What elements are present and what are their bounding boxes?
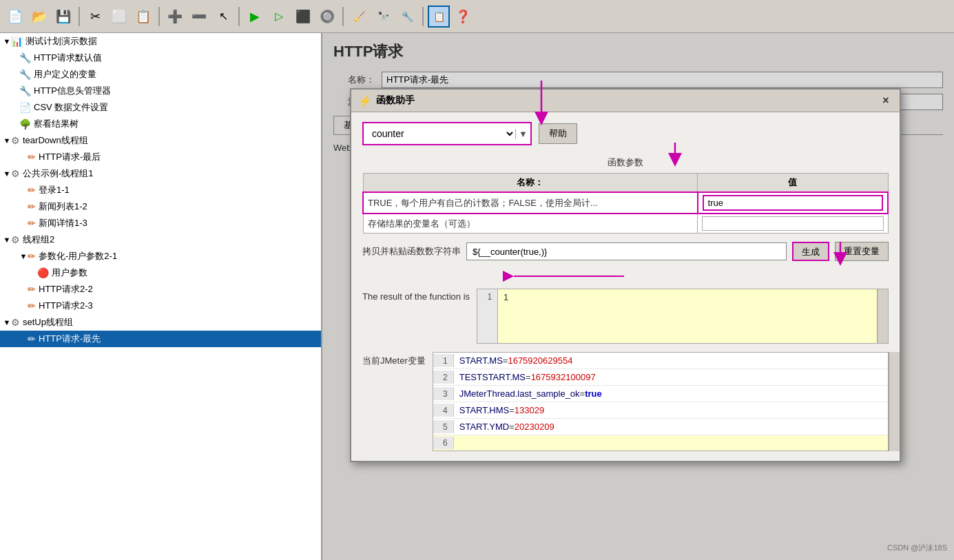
generate-button[interactable]: 生成	[792, 242, 829, 261]
tree-icon-setup: ⚙	[11, 317, 20, 328]
right-panel: HTTP请求 名称： 注释： 基本 高级 Web服	[322, 33, 954, 560]
tree-toggle-teardown[interactable]: ▼	[3, 136, 11, 145]
tree-item-news-list[interactable]: ✏ 新闻列表1-2	[0, 198, 321, 215]
jmeter-val-5: START.YMD=20230209	[454, 420, 560, 433]
tree-item-view-tree[interactable]: 🌳 察看结果树	[0, 116, 321, 132]
col-value-header: 值	[698, 174, 888, 193]
tree-item-param-user[interactable]: ▼ ✏ 参数化-用户参数2-1	[0, 248, 321, 265]
tree-label-http-first: HTTP请求-最先	[39, 333, 101, 345]
tree-item-user-vars[interactable]: 🔧 用户定义的变量	[0, 66, 321, 83]
toolbar-stopall-btn[interactable]: 🔘	[316, 6, 338, 28]
dropdown-arrow-icon[interactable]: ▼	[515, 129, 530, 139]
toolbar-sep1	[79, 7, 80, 26]
jmeter-line-6: 6	[433, 435, 888, 450]
jmeter-num-1: 1	[433, 354, 454, 367]
toolbar-paste-btn[interactable]: 📋	[132, 6, 154, 28]
tree-icon-http-header: 🔧	[19, 85, 31, 96]
jmeter-scrollbar[interactable]	[889, 352, 900, 451]
toolbar-sep2	[158, 7, 160, 26]
tree-item-http-header[interactable]: 🔧 HTTP信息头管理器	[0, 83, 321, 99]
toolbar-new-btn[interactable]: 📄	[4, 6, 26, 28]
func-select-dropdown: counter ▼	[362, 122, 532, 145]
function-select[interactable]: counter	[364, 123, 515, 144]
jmeter-section: 当前JMeter变量 1 START.MS=1675920629554	[362, 352, 889, 451]
tree-icon-group2: ⚙	[11, 234, 20, 245]
reset-button[interactable]: 重置变量	[835, 242, 889, 261]
tree-label-user-vars: 用户定义的变量	[34, 68, 96, 81]
tree-item-user-param[interactable]: 🔴 用户参数	[0, 265, 321, 281]
param-value-input-0[interactable]	[703, 195, 883, 211]
result-box: 1 1	[477, 289, 889, 344]
jmeter-num-6: 6	[433, 437, 454, 449]
tree-icon-view-tree: 🌳	[19, 118, 31, 129]
toolbar-open-btn[interactable]: 📂	[28, 6, 50, 28]
tree-icon-group1: ⚙	[11, 168, 20, 179]
toolbar-cut-btn[interactable]: ✂	[84, 6, 106, 28]
toolbar-sep5	[422, 7, 424, 26]
tree-label-news-list: 新闻列表1-2	[39, 200, 87, 213]
tree-item-group2[interactable]: ▼ ⚙ 线程组2	[0, 231, 321, 248]
toolbar-run2-btn[interactable]: ▷	[268, 6, 290, 28]
tree-item-setup[interactable]: ▼ ⚙ setUp线程组	[0, 314, 321, 331]
toolbar-save-btn[interactable]: 💾	[52, 6, 74, 28]
func-select-row: counter ▼ 帮助	[362, 122, 889, 145]
dialog-title-icon: ⚡	[358, 94, 372, 107]
toolbar-help-btn[interactable]: ❓	[452, 6, 474, 28]
help-button[interactable]: 帮助	[539, 123, 577, 144]
tree-item-teardown[interactable]: ▼ ⚙ tearDown线程组	[0, 132, 321, 149]
jmeter-val-1: START.MS=1675920629554	[454, 354, 579, 367]
tree-item-http-2-3[interactable]: ✏ HTTP请求2-3	[0, 298, 321, 314]
toolbar-add-btn[interactable]: ➕	[164, 6, 186, 28]
dialog-title-bar: ⚡ 函数助手 ×	[351, 90, 900, 112]
copy-arrow-indicator	[507, 269, 889, 283]
tree-item-http-2-2[interactable]: ✏ HTTP请求2-2	[0, 281, 321, 298]
left-panel: ▼ 📊 测试计划演示数据 🔧 HTTP请求默认值 🔧 用户定义的变量 🔧 HTT…	[0, 33, 322, 560]
toolbar-moveup-btn[interactable]: ↖	[212, 6, 234, 28]
jmeter-label: 当前JMeter变量	[362, 352, 426, 367]
jmeter-box: 1 START.MS=1675920629554 2 TESTSTART.MS=…	[433, 352, 889, 451]
params-title: 函数参数	[362, 156, 889, 169]
tree-label-http-2-2: HTTP请求2-2	[39, 283, 93, 295]
tree-label-group1: 公共示例-线程组1	[23, 167, 94, 180]
jmeter-line-3: 3 JMeterThread.last_sample_ok=true	[433, 386, 888, 402]
tree-item-root[interactable]: ▼ 📊 测试计划演示数据	[0, 33, 321, 50]
tree-item-news-detail[interactable]: ✏ 新闻详情1-3	[0, 215, 321, 231]
tree-label-teardown: tearDown线程组	[23, 134, 88, 147]
tree-item-group1[interactable]: ▼ ⚙ 公共示例-线程组1	[0, 165, 321, 182]
tree-toggle-param-user[interactable]: ▼	[19, 252, 28, 260]
toolbar-stop-btn[interactable]: ⬛	[292, 6, 314, 28]
tree-label-root: 测试计划演示数据	[25, 35, 97, 48]
tree-label-user-param: 用户参数	[52, 267, 87, 279]
tree-item-http-first[interactable]: ✏ HTTP请求-最先	[0, 331, 321, 347]
toolbar-list-btn[interactable]: 📋	[428, 6, 450, 28]
toolbar-sep3	[238, 7, 240, 26]
tree-item-http-last[interactable]: ✏ HTTP请求-最后	[0, 149, 321, 165]
param-value-input-1[interactable]	[702, 216, 883, 231]
toolbar-function-btn[interactable]: 🔧	[396, 6, 418, 28]
toolbar-clear-btn[interactable]: 🧹	[348, 6, 370, 28]
toolbar-run-btn[interactable]: ▶	[244, 6, 266, 28]
tree-label-view-tree: 察看结果树	[34, 118, 79, 130]
tree-item-http-default[interactable]: 🔧 HTTP请求默认值	[0, 50, 321, 66]
tree-label-csv: CSV 数据文件设置	[34, 101, 108, 114]
copy-input[interactable]	[466, 242, 787, 260]
tree-item-login[interactable]: ✏ 登录1-1	[0, 182, 321, 198]
tree-toggle-group1[interactable]: ▼	[3, 169, 11, 178]
result-scrollbar[interactable]	[877, 289, 888, 343]
jmeter-val-3: JMeterThread.last_sample_ok=true	[454, 387, 608, 400]
toolbar-copy-btn[interactable]: ⬜	[108, 6, 130, 28]
toolbar-remove-btn[interactable]: ➖	[188, 6, 210, 28]
tree-toggle-setup[interactable]: ▼	[3, 318, 11, 326]
tree-toggle-root[interactable]: ▼	[3, 37, 11, 45]
toolbar-search-btn[interactable]: 🔭	[372, 6, 394, 28]
copy-label: 拷贝并粘贴函数数字符串	[362, 245, 461, 258]
tree-label-group2: 线程组2	[23, 234, 54, 246]
jmeter-num-2: 2	[433, 371, 454, 384]
dialog-close-button[interactable]: ×	[879, 94, 893, 107]
tree-label-news-detail: 新闻详情1-3	[39, 217, 87, 229]
tree-item-csv[interactable]: 📄 CSV 数据文件设置	[0, 99, 321, 116]
dialog-body: counter ▼ 帮助	[351, 112, 900, 461]
jmeter-line-2: 2 TESTSTART.MS=1675932100097	[433, 369, 888, 386]
tree-toggle-group2[interactable]: ▼	[3, 236, 11, 244]
tree-icon-news-detail: ✏	[28, 218, 36, 229]
